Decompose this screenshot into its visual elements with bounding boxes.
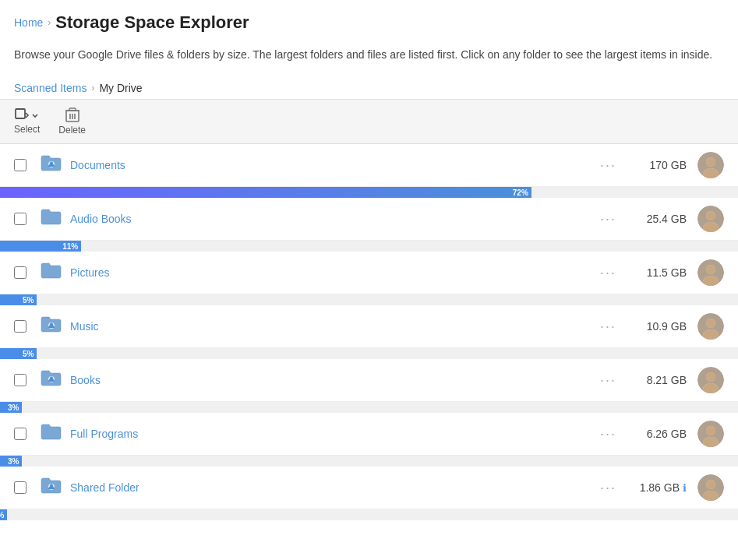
more-options-button[interactable]: ··· [600,211,616,227]
top-breadcrumb: Home › Storage Space Explorer [0,0,738,36]
svg-point-17 [706,211,715,220]
row-checkbox[interactable] [14,159,26,171]
row-checkbox[interactable] [14,266,26,279]
progress-label: 11% [62,242,78,251]
file-name[interactable]: Books [70,374,600,386]
progress-bar: 5% [0,294,738,305]
inner-breadcrumb-sep: › [91,83,94,93]
file-size: 10.9 GB [632,320,687,333]
file-size: 25.4 GB [632,213,687,225]
more-options-button[interactable]: ··· [600,480,616,496]
delete-label: Delete [58,125,86,136]
row-checkbox[interactable] [14,213,26,225]
svg-point-48 [706,480,715,489]
folder-icon [41,422,62,446]
folder-icon [41,315,62,338]
progress-label: 5% [23,296,34,305]
current-folder-label: My Drive [99,82,142,94]
inner-breadcrumb: Scanned Items › My Drive [0,77,738,100]
breadcrumb-separator: › [48,17,51,28]
progress-bar: 3% [0,456,738,467]
select-icon [15,108,40,122]
table-row: Pictures ··· 11.5 GB [0,252,738,294]
page-description: Browse your Google Drive files & folders… [0,36,738,77]
info-icon[interactable]: ℹ [683,482,687,494]
scanned-items-link[interactable]: Scanned Items [14,82,87,94]
more-options-button[interactable]: ··· [600,372,616,389]
file-size: 8.21 GB [632,374,687,386]
file-size: 6.26 GB [632,428,687,440]
file-size: 170 GB [632,159,687,171]
select-label: Select [14,124,40,135]
file-name[interactable]: Pictures [70,266,600,279]
svg-point-29 [706,319,715,328]
row-checkbox[interactable] [14,428,26,440]
file-name[interactable]: Documents [70,159,600,171]
file-name[interactable]: Shared Folder [70,481,600,494]
more-options-button[interactable]: ··· [600,426,616,442]
svg-rect-6 [69,108,76,111]
folder-icon [41,153,62,177]
table-row: Music ··· 10.9 GB [0,305,738,348]
more-options-button[interactable]: ··· [600,157,616,174]
table-row: Documents ··· 170 GB [0,144,738,187]
file-name[interactable]: Full Programs [70,428,600,440]
file-size: 1.86 GBℹ [632,481,687,494]
delete-icon [65,107,79,123]
svg-rect-0 [16,109,25,118]
folder-icon [41,261,62,284]
progress-bar: 11% [0,241,738,252]
progress-bar-fill: 72% [0,187,531,198]
table-row: Books ··· 8.21 GB [0,359,738,402]
progress-bar: 72% [0,187,738,198]
progress-label: 3% [8,457,19,466]
progress-bar-fill: 11% [0,241,81,252]
page-title: Storage Space Explorer [55,12,249,33]
progress-label: 3% [8,403,19,412]
table-row: Full Programs ··· 6.26 GB [0,413,738,456]
folder-icon [41,207,62,231]
progress-label: 5% [23,350,34,358]
select-button[interactable]: Select [14,108,40,135]
more-options-button[interactable]: ··· [600,265,616,281]
svg-point-12 [706,157,715,167]
progress-bar-fill: 3% [0,402,22,413]
progress-label: 72% [513,188,528,197]
svg-point-36 [706,372,715,382]
table-row: Audio Books ··· 25.4 GB [0,198,738,241]
delete-button[interactable]: Delete [58,107,86,136]
file-list: Documents ··· 170 GB 72% Audio Books ···… [0,144,738,520]
progress-bar: 1% [0,509,738,520]
row-checkbox[interactable] [14,374,26,386]
progress-bar-fill: 5% [0,348,37,359]
table-row: Shared Folder ··· 1.86 GBℹ [0,467,738,509]
toolbar: Select Delete [0,100,738,144]
folder-icon [41,368,62,392]
progress-bar-fill: 5% [0,294,37,305]
svg-point-41 [706,426,715,435]
home-link[interactable]: Home [14,16,43,29]
row-checkbox[interactable] [14,481,26,494]
file-name[interactable]: Audio Books [70,213,600,225]
more-options-button[interactable]: ··· [600,319,616,335]
svg-point-22 [706,265,715,274]
row-checkbox[interactable] [14,320,26,333]
progress-label: 1% [0,511,4,519]
file-size: 11.5 GB [632,266,687,279]
progress-bar-fill: 3% [0,456,22,467]
folder-icon [41,476,62,499]
progress-bar: 3% [0,402,738,413]
progress-bar: 5% [0,348,738,359]
file-name[interactable]: Music [70,320,600,333]
progress-bar-fill: 1% [0,509,7,520]
